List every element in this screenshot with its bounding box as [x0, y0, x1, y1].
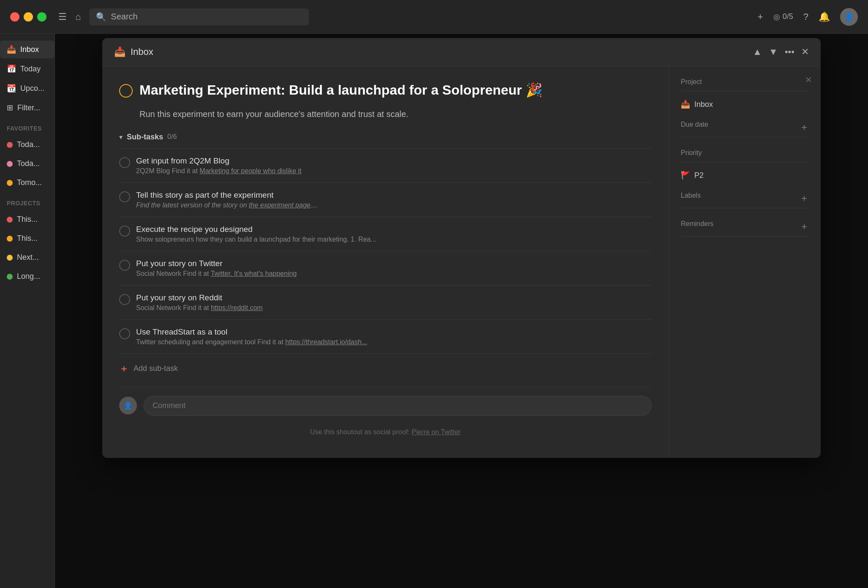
- menu-icon[interactable]: ☰: [58, 11, 67, 22]
- subtasks-chevron-icon: ▾: [119, 133, 123, 141]
- search-icon: 🔍: [96, 12, 106, 22]
- subtask-2-desc: Find the latest version of the story on …: [136, 201, 652, 209]
- subtask-2-link[interactable]: the experiment page: [249, 201, 311, 209]
- home-icon[interactable]: ⌂: [75, 11, 81, 22]
- bottom-hint-link[interactable]: Pierre on Twitter: [412, 428, 461, 436]
- due-date-prop: Due date ＋: [681, 121, 809, 137]
- close-modal-button[interactable]: ✕: [801, 46, 809, 57]
- nav-up-button[interactable]: ▲: [753, 46, 762, 57]
- sidebar-item-fav2[interactable]: Toda...: [0, 155, 55, 172]
- subtask-4-title: Put your story on Twitter: [136, 259, 652, 268]
- subtask-6-link[interactable]: https://threadstart.io/dash...: [285, 338, 367, 346]
- fav2-label: Toda...: [17, 159, 40, 168]
- minimize-traffic-light[interactable]: [24, 12, 33, 22]
- due-date-row[interactable]: Due date ＋: [681, 121, 809, 133]
- subtask-1-link[interactable]: Marketing for people who dislike it: [199, 167, 301, 174]
- close-sidebar-button[interactable]: ✕: [805, 75, 812, 85]
- sidebar-item-fav1[interactable]: Toda...: [0, 136, 55, 153]
- subtask-6-circle[interactable]: [119, 328, 130, 339]
- proj4-label: Long...: [17, 272, 40, 281]
- table-row[interactable]: Tell this story as part of the experimen…: [119, 183, 652, 217]
- task-sidebar: ✕ Project 📥 Inbox: [669, 66, 821, 458]
- subtask-5-desc: Social Network Find it at https://reddit…: [136, 304, 652, 312]
- sidebar-item-upcoming-label: Upco...: [20, 84, 44, 93]
- comment-input[interactable]: [144, 396, 652, 416]
- add-subtask-button[interactable]: ＋ Add sub-task: [119, 354, 652, 384]
- bottom-hint: Use this shoutout as social proof: Pierr…: [119, 424, 652, 443]
- subtask-2-content: Tell this story as part of the experimen…: [136, 191, 652, 209]
- sidebar: 📥 Inbox 📅 Today 📆 Upco... ⊞ Filter... Fa…: [0, 34, 55, 588]
- reminders-row[interactable]: Reminders ＋: [681, 220, 809, 233]
- labels-add-icon[interactable]: ＋: [800, 192, 809, 204]
- sidebar-item-proj4[interactable]: Long...: [0, 268, 55, 285]
- sidebar-item-inbox[interactable]: 📥 Inbox: [0, 41, 55, 58]
- subtask-4-circle[interactable]: [119, 260, 130, 271]
- subtask-list: Get input from 2Q2M Blog 2Q2M Blog Find …: [119, 148, 652, 354]
- close-traffic-light[interactable]: [10, 12, 19, 22]
- subtasks-label: Sub-tasks: [127, 133, 163, 142]
- project-prop: Project 📥 Inbox: [681, 78, 809, 109]
- task-complete-circle[interactable]: [119, 84, 133, 98]
- search-bar[interactable]: 🔍 Search: [89, 8, 309, 25]
- sidebar-item-fav3[interactable]: Tomo...: [0, 174, 55, 191]
- subtask-1-circle[interactable]: [119, 157, 130, 168]
- fav3-dot: [7, 180, 13, 186]
- subtask-4-link[interactable]: Twitter. It's what's happening: [211, 270, 297, 277]
- subtask-5-title: Put your story on Reddit: [136, 293, 652, 302]
- inbox-nav-icon: 📥: [7, 45, 16, 54]
- topbar-right: + ◎ 0/5 ? 🔔 👤: [758, 8, 858, 26]
- project-label: Project: [681, 78, 809, 86]
- subtasks-count: 0/6: [167, 133, 177, 141]
- subtask-5-link[interactable]: https://reddit.com: [211, 304, 263, 311]
- table-row[interactable]: Execute the recipe you designed Show sol…: [119, 217, 652, 251]
- upcoming-nav-icon: 📆: [7, 84, 16, 93]
- task-title-row: Marketing Experiment: Build a launchpad …: [119, 82, 652, 99]
- add-icon[interactable]: +: [758, 11, 763, 22]
- priority-label: Priority: [681, 149, 809, 157]
- table-row[interactable]: Put your story on Reddit Social Network …: [119, 286, 652, 320]
- sidebar-item-upcoming[interactable]: 📆 Upco...: [0, 79, 55, 97]
- labels-row[interactable]: Labels ＋: [681, 192, 809, 204]
- progress-badge: ◎ 0/5: [773, 12, 793, 22]
- table-row[interactable]: Put your story on Twitter Social Network…: [119, 251, 652, 286]
- content-area: 📥 Inbox ▲ ▼ ••• ✕ Marketin: [55, 34, 868, 588]
- subtask-3-circle[interactable]: [119, 226, 130, 237]
- sidebar-item-filters[interactable]: ⊞ Filter...: [0, 99, 55, 117]
- task-content: Marketing Experiment: Build a launchpad …: [102, 66, 669, 458]
- nav-down-button[interactable]: ▼: [769, 46, 778, 57]
- sidebar-item-proj3[interactable]: Next...: [0, 249, 55, 266]
- maximize-traffic-light[interactable]: [37, 12, 46, 22]
- modal-header-title: Inbox: [131, 46, 153, 57]
- sidebar-item-filters-label: Filter...: [17, 103, 40, 112]
- proj3-label: Next...: [17, 253, 39, 262]
- subtask-2-circle[interactable]: [119, 191, 130, 202]
- fav3-label: Tomo...: [17, 178, 42, 187]
- filters-nav-icon: ⊞: [7, 103, 13, 112]
- bell-icon[interactable]: 🔔: [819, 11, 830, 22]
- help-icon[interactable]: ?: [803, 11, 808, 22]
- proj2-dot: [7, 236, 13, 242]
- reminders-add-icon[interactable]: ＋: [800, 220, 809, 233]
- table-row[interactable]: Use ThreadStart as a tool Twitter schedu…: [119, 320, 652, 354]
- priority-value: 🚩 P2: [681, 171, 809, 180]
- priority-divider: [681, 162, 809, 162]
- table-row[interactable]: Get input from 2Q2M Blog 2Q2M Blog Find …: [119, 149, 652, 183]
- sidebar-item-proj2[interactable]: This...: [0, 230, 55, 247]
- main-layout: 📥 Inbox 📅 Today 📆 Upco... ⊞ Filter... Fa…: [0, 34, 868, 588]
- subtask-4-desc: Social Network Find it at Twitter. It's …: [136, 270, 652, 278]
- sidebar-item-inbox-label: Inbox: [20, 45, 39, 54]
- subtasks-header[interactable]: ▾ Sub-tasks 0/6: [119, 133, 652, 142]
- avatar[interactable]: 👤: [840, 8, 858, 26]
- modal-overlay: 📥 Inbox ▲ ▼ ••• ✕ Marketin: [55, 34, 868, 588]
- subtask-4-content: Put your story on Twitter Social Network…: [136, 259, 652, 278]
- sidebar-item-today-label: Today: [20, 65, 41, 74]
- subtask-6-content: Use ThreadStart as a tool Twitter schedu…: [136, 327, 652, 346]
- task-modal: 📥 Inbox ▲ ▼ ••• ✕ Marketin: [102, 38, 821, 458]
- due-date-add-icon[interactable]: ＋: [800, 121, 809, 133]
- due-date-divider: [681, 137, 809, 137]
- sidebar-item-today[interactable]: 📅 Today: [0, 60, 55, 78]
- more-options-button[interactable]: •••: [785, 46, 794, 57]
- subtask-5-circle[interactable]: [119, 294, 130, 305]
- modal-header-actions: ▲ ▼ ••• ✕: [753, 46, 809, 57]
- sidebar-item-proj1[interactable]: This...: [0, 211, 55, 228]
